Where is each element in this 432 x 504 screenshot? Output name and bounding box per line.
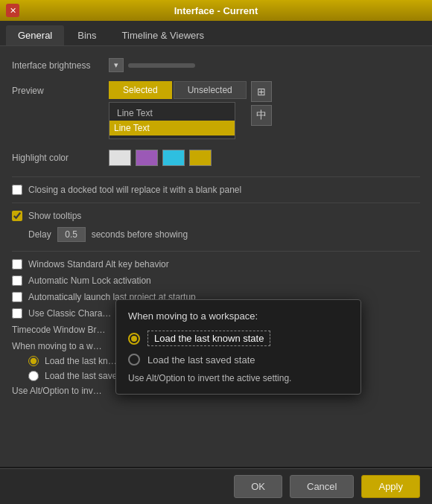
- close-button[interactable]: ✕: [6, 4, 19, 17]
- cancel-button[interactable]: Cancel: [290, 475, 354, 498]
- bottom-bar: OK Cancel Apply: [0, 468, 432, 504]
- checkbox-alt-key-label: Windows Standard Alt key behavior: [28, 259, 169, 269]
- line-text-normal: Line Text: [117, 106, 227, 121]
- checkbox-show-tooltips-input[interactable]: [12, 211, 22, 221]
- tooltip-radio-2[interactable]: [128, 354, 140, 366]
- checkbox-docked-tool-label: Closing a docked tool will replace it wi…: [28, 185, 241, 195]
- preview-tab-unselected[interactable]: Unselected: [174, 81, 247, 99]
- radio-last-known-label: Load the last kn…: [45, 356, 117, 366]
- tooltip-note: Use Alt/Option to invert the active sett…: [128, 373, 349, 383]
- tooltip-title: When moving to a workspace:: [128, 310, 349, 322]
- brightness-row: Interface brightness ▾: [12, 58, 420, 72]
- preview-label: Preview: [12, 81, 109, 96]
- checkbox-docked-tool-input[interactable]: [12, 185, 22, 195]
- tab-bins[interactable]: Bins: [66, 25, 108, 45]
- checkbox-alt-key-input[interactable]: [12, 259, 22, 269]
- delay-input[interactable]: [57, 227, 86, 242]
- workspace-label: When moving to a w…: [12, 341, 102, 351]
- title-bar: ✕ Interface - Current: [0, 0, 432, 21]
- divider1: [12, 176, 420, 177]
- checkbox-num-lock-input[interactable]: [12, 275, 22, 286]
- checkbox-classic-label: Use Classic Chara…: [28, 308, 111, 319]
- checkbox-show-tooltips: Show tooltips: [12, 211, 420, 221]
- main-content: Interface brightness ▾ Preview Selected …: [0, 46, 432, 467]
- apply-button[interactable]: Apply: [361, 475, 420, 498]
- radio-last-saved-input[interactable]: [28, 371, 39, 381]
- preview-lines: Line Text Line Text: [109, 102, 235, 139]
- window-title: Interface - Current: [174, 5, 258, 16]
- tooltip-radio-row-2: Load the last saved state: [128, 354, 349, 366]
- checkbox-num-lock: Automatic Num Lock activation: [12, 275, 420, 286]
- color-swatch-cyan[interactable]: [162, 150, 185, 166]
- brightness-label: Interface brightness: [12, 60, 109, 71]
- preview-icon-text[interactable]: 中: [251, 105, 272, 126]
- line-text-selected: Line Text: [109, 121, 235, 135]
- tooltip-popup: When moving to a workspace: Load the las…: [115, 299, 361, 395]
- brightness-slider[interactable]: [128, 63, 195, 68]
- preview-icons: ⊞ 中: [251, 81, 272, 126]
- checkbox-last-project-input[interactable]: [12, 292, 22, 302]
- tab-bar: General Bins Timeline & Viewers: [0, 21, 432, 46]
- divider3: [12, 251, 420, 252]
- delay-label: Delay: [28, 229, 51, 240]
- delay-row: Delay seconds before showing: [28, 227, 420, 242]
- tooltip-option1-label: Load the last known state: [147, 331, 270, 346]
- preview-tabs: Selected Unselected: [109, 81, 247, 99]
- color-swatch-gold[interactable]: [189, 150, 212, 166]
- tooltip-radio-row-1: Load the last known state: [128, 331, 349, 346]
- preview-section: Preview Selected Unselected Line Text Li…: [12, 81, 420, 139]
- color-swatches: [109, 150, 212, 166]
- checkbox-num-lock-label: Automatic Num Lock activation: [28, 275, 151, 286]
- preview-icon-grid[interactable]: ⊞: [251, 81, 272, 102]
- highlight-label: Highlight color: [12, 153, 109, 163]
- radio-last-known-input[interactable]: [28, 356, 39, 366]
- tab-general[interactable]: General: [6, 25, 64, 45]
- alt-option-note-text: Use Alt/Option to inv…: [12, 386, 102, 396]
- brightness-dropdown[interactable]: ▾: [109, 58, 124, 72]
- highlight-section: Highlight color: [12, 150, 420, 166]
- checkbox-show-tooltips-label: Show tooltips: [28, 211, 81, 221]
- checkbox-docked-tool: Closing a docked tool will replace it wi…: [12, 185, 420, 195]
- brightness-control: ▾: [109, 58, 195, 72]
- color-swatch-white[interactable]: [109, 150, 131, 166]
- preview-tab-selected[interactable]: Selected: [109, 81, 172, 99]
- tab-timeline-viewers[interactable]: Timeline & Viewers: [110, 25, 217, 45]
- tooltip-radio-1[interactable]: [128, 333, 140, 345]
- divider2: [12, 202, 420, 203]
- color-swatch-purple[interactable]: [136, 150, 158, 166]
- preview-control: Selected Unselected Line Text Line Text: [109, 81, 247, 139]
- checkbox-classic-input[interactable]: [12, 308, 22, 319]
- delay-suffix: seconds before showing: [92, 229, 188, 240]
- checkbox-alt-key: Windows Standard Alt key behavior: [12, 259, 420, 269]
- ok-button[interactable]: OK: [234, 475, 282, 498]
- timecode-label: Timecode Window Br…: [12, 325, 106, 335]
- tooltip-option2-label: Load the last saved state: [147, 354, 255, 366]
